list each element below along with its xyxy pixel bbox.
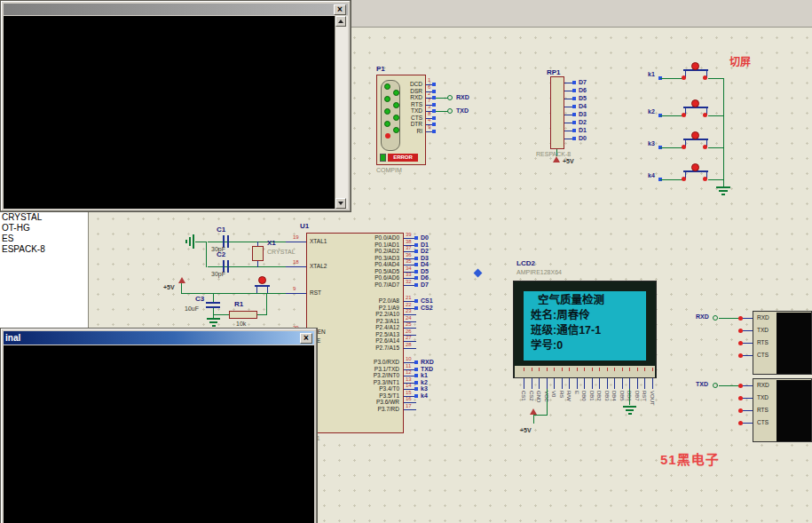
module-pin-name: RXD — [757, 315, 769, 321]
terminal-module-screen — [777, 380, 811, 441]
pin-stub — [584, 378, 585, 389]
lcd-pin-label: GND — [536, 391, 541, 402]
top-terminal-window: × — [0, 0, 351, 212]
pin-number: 24 — [406, 315, 412, 321]
net-label: k1 — [421, 372, 428, 378]
junction-pad — [572, 89, 576, 92]
junction-pad — [414, 257, 418, 260]
top-terminal-screen[interactable] — [4, 16, 335, 209]
lcd-pin-tick — [562, 368, 563, 371]
pin-dot-red — [738, 408, 743, 413]
pin-number: 34 — [406, 265, 412, 271]
lcd-pin-tick — [539, 368, 540, 371]
junction-pad — [414, 299, 418, 303]
lcd-pin-tick — [524, 368, 524, 371]
net-label: D5 — [421, 268, 429, 274]
module-pin-name: CTS — [757, 420, 769, 426]
lcd-screen-line: 学号:0 — [531, 340, 563, 352]
pin-number: 16 — [406, 396, 412, 401]
push-button[interactable] — [691, 131, 699, 139]
respack-body[interactable] — [550, 76, 564, 149]
capacitor-plate — [206, 302, 220, 304]
respack-model: RESPACK-8 — [536, 151, 571, 157]
pin-name: P3.4/T0 — [328, 386, 399, 392]
junction-pad — [414, 387, 418, 391]
pin-number: 22 — [406, 302, 412, 307]
net-label-txd: TXD — [696, 381, 708, 387]
module-pin-name: RXD — [757, 383, 769, 389]
push-button[interactable] — [691, 163, 699, 171]
virtual-terminal-module[interactable]: RXD TXD RTS CTS — [753, 378, 812, 442]
origin-marker — [474, 269, 483, 278]
pin-stub — [592, 378, 593, 389]
object-selector-item[interactable]: CRYSTAL — [0, 212, 88, 223]
pin-dot-red — [738, 341, 743, 345]
net-label: D3 — [579, 111, 587, 117]
compim-model: COMPIM — [376, 167, 402, 173]
switch-label: k1 — [648, 71, 655, 77]
crystal-body[interactable] — [252, 246, 264, 261]
reset-button[interactable] — [258, 276, 266, 284]
terminal-module-screen — [777, 313, 811, 374]
push-button[interactable] — [691, 62, 699, 70]
pin-number: 21 — [406, 295, 412, 300]
junction-pad — [414, 381, 418, 384]
compim-pin-dot — [384, 83, 390, 90]
lcd-pin-label: DB4 — [611, 391, 617, 401]
pin-dot-red — [682, 177, 686, 181]
wire-segment — [533, 415, 534, 424]
lcd-pin-label: DB7 — [635, 391, 640, 401]
brand-watermark: 51黑电子 — [660, 453, 720, 466]
pin-number: 39 — [406, 232, 412, 237]
c3-ref: C3 — [195, 296, 204, 303]
bottom-terminal-titlebar[interactable]: inal × — [4, 331, 314, 345]
top-terminal-scrollbar[interactable] — [335, 16, 348, 209]
pin-dot-red — [738, 353, 743, 358]
scroll-up-button[interactable] — [335, 16, 346, 27]
push-button[interactable] — [691, 99, 699, 107]
pin-number: 33 — [406, 272, 412, 277]
pin-stub — [532, 378, 532, 389]
pin-dot-red — [738, 396, 743, 400]
pin-name: P0.0/AD0 — [328, 235, 399, 242]
scroll-down-button[interactable] — [335, 198, 346, 209]
pin-dot-red — [703, 145, 707, 149]
pin-dot-red — [682, 113, 686, 117]
junction-pad — [414, 236, 418, 240]
switch-label: k3 — [648, 140, 655, 147]
virtual-terminal-module[interactable]: RXD TXD RTS CTS — [753, 311, 812, 375]
bottom-terminal-screen[interactable] — [4, 345, 314, 523]
wire-segment — [547, 389, 548, 416]
junction-pad — [572, 129, 576, 132]
lcd-screen-line: 空气质量检测 — [538, 295, 604, 306]
c2-ref: C2 — [217, 251, 225, 258]
wire-segment — [723, 180, 724, 186]
lcd-pin-label: DB2 — [596, 391, 602, 401]
pin-stub — [286, 266, 306, 267]
lcd-pin-tick — [532, 368, 532, 371]
pin-dot-red — [738, 384, 743, 388]
pin-stub — [599, 378, 600, 389]
power-label: +5V — [563, 158, 574, 164]
compim-pin-dot — [393, 102, 399, 108]
net-label: k4 — [421, 392, 428, 399]
pin-stub — [286, 242, 306, 242]
compim-pin-dot — [384, 96, 390, 102]
wire-segment — [213, 294, 214, 302]
pin-dot-red — [738, 421, 743, 425]
ground-icon — [207, 318, 220, 320]
junction-pad — [414, 374, 418, 377]
top-terminal-titlebar[interactable]: × — [4, 4, 348, 15]
junction-pad — [572, 97, 576, 100]
object-selector-item[interactable]: OT-HG — [0, 223, 88, 234]
object-selector-item[interactable]: ESPACK-8 — [0, 244, 88, 255]
pin-number: 9 — [293, 286, 296, 291]
resistor-body[interactable] — [229, 311, 257, 319]
pin-stub — [637, 378, 638, 389]
x1-ref: X1 — [267, 240, 276, 247]
top-terminal-close-button[interactable]: × — [334, 4, 346, 15]
bottom-terminal-close-button[interactable]: × — [300, 333, 312, 344]
object-selector-item[interactable]: ES — [0, 234, 88, 244]
pin-stub — [404, 348, 416, 349]
junction-pad — [414, 270, 418, 273]
